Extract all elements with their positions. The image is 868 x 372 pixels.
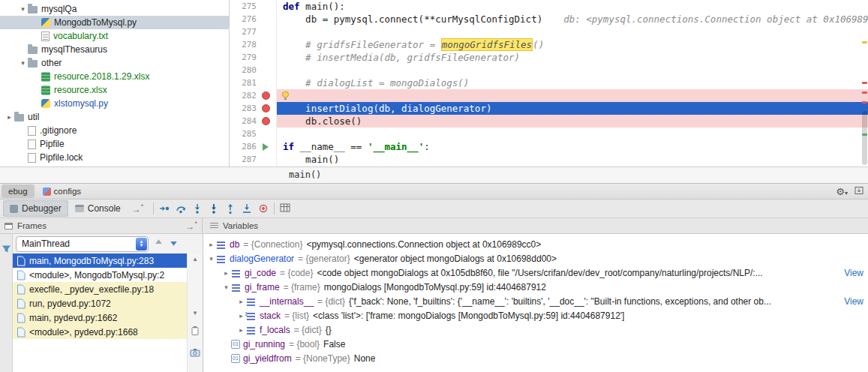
scroll-up-icon[interactable]: ▴ [194,255,197,262]
inline-debug-value: db: <pymysql.connections.Connection obje… [563,14,868,25]
variable-row-f-locals[interactable]: ▸ f_locals = {dict} {} [203,322,868,337]
scrollbar-thumb[interactable] [862,111,867,165]
editor-line-281[interactable]: 281 # dialogList = mongoDialogs() [230,76,868,89]
gutter-277[interactable]: 277 [230,26,277,38]
tree-item-util[interactable]: ▸ util [0,110,229,124]
toolwindow-tab-debug[interactable]: ebug [2,184,35,198]
run-gutter-icon[interactable] [263,143,269,151]
gutter-280[interactable]: 280 [230,64,277,76]
editor-line-283-current[interactable]: 283 insertDialog(db, dialogGenerator) [230,102,868,115]
force-step-into-button[interactable] [209,203,219,214]
code-editor[interactable]: 275 def main(): 276 db = pymysql.connect… [230,0,868,166]
gutter-282[interactable]: 282 [230,89,277,102]
frame-row[interactable]: run, pydevd.py:1072 [13,296,188,310]
frame-file-icon [17,313,26,323]
pin-icon[interactable]: →* [132,202,144,214]
tree-item-pipfile-lock[interactable]: Pipfile.lock [0,151,229,164]
intention-bulb-icon[interactable] [281,91,290,100]
table-view-button[interactable] [280,202,290,215]
tree-item-mysqlqa[interactable]: ▾ mysqlQa [0,2,229,16]
editor-scrollbar[interactable] [860,0,868,166]
gutter-283[interactable]: 283 [230,102,277,115]
step-out-button[interactable] [225,203,236,214]
previous-frame-button[interactable] [154,237,164,250]
view-link[interactable]: View [838,296,863,307]
chevron-right-icon[interactable]: ▸ [5,113,14,121]
gutter-284[interactable]: 284 [230,115,277,128]
copy-stack-button[interactable] [190,326,200,339]
tree-item-resource-2018[interactable]: resource.2018.1.29.xlsx [0,70,229,83]
tree-item-mongodbtomysql[interactable]: MongodbToMysql.py [0,16,229,29]
editor-line-286[interactable]: 286 if __name__ == '__main__': [230,140,868,153]
next-frame-button[interactable] [169,237,179,250]
frames-header: Frames →* [0,218,203,233]
chevron-right-icon[interactable]: ▸ [236,326,246,334]
gutter-276[interactable]: 276 [230,13,277,26]
chevron-down-icon[interactable]: ▾ [206,255,216,262]
tree-item-gitignore[interactable]: .gitignore [0,124,229,137]
toolwindow-tab-configs[interactable]: configs [36,184,88,198]
frame-row[interactable]: execfile, _pydev_execfile.py:18 [13,282,188,296]
hide-library-frames-button[interactable] [2,243,11,256]
tree-item-resource[interactable]: resource.xlsx [0,83,229,97]
gear-button[interactable]: ⚙▾ [836,187,848,196]
frame-row[interactable]: main, pydevd.py:1662 [13,310,188,325]
chevron-down-icon[interactable]: ▾ [18,59,28,67]
gutter-286[interactable]: 286 [230,140,277,153]
variable-row-db[interactable]: ▸ db = {Connection} <pymysql.connections… [203,237,868,251]
chevron-down-icon[interactable]: ▾ [221,284,231,291]
gutter-278[interactable]: 278 [230,38,277,51]
chevron-right-icon[interactable]: ▸ [206,241,216,248]
variable-row-gi-running[interactable]: gi_running = {bool} False [203,337,868,351]
editor-line-282[interactable]: 282 dialogGenerator = mongoDialogs()dial… [230,89,868,102]
editor-line-275[interactable]: 275 def main(): [230,0,868,13]
tree-item-vocabulary[interactable]: vocabulary.txt [0,29,229,43]
tab-console[interactable]: Console [68,200,128,217]
variable-row-gi-frame[interactable]: ▾ gi_frame = {frame} mongoDialogs [Mongo… [203,280,868,294]
view-link[interactable]: View [838,268,863,278]
gutter-281[interactable]: 281 [230,76,277,89]
frame-row[interactable]: main, MongodbToMysql.py:283 [13,254,188,268]
hide-toolwindow-button[interactable] [854,186,863,196]
breakpoint-icon[interactable] [262,104,270,112]
breakpoint-icon[interactable] [262,117,270,125]
thread-dump-camera-button[interactable] [190,346,200,360]
editor-line-280[interactable]: 280 [230,64,868,76]
tree-item-other[interactable]: ▾ other [0,56,229,70]
chevron-down-icon[interactable]: ▾ [18,5,28,13]
tree-item-pipfile[interactable]: Pipfile [0,137,229,151]
gutter-279[interactable]: 279 [230,51,277,64]
run-to-cursor-button[interactable] [242,203,252,214]
thread-selector[interactable]: MainThread ▲▼ [16,236,149,252]
editor-line-284[interactable]: 284 db.close() [230,115,868,128]
scroll-down-icon[interactable]: ▾ [194,309,197,316]
gutter-285[interactable]: 285 [230,128,277,140]
frames-pin-icon[interactable]: →* [185,220,197,232]
editor-line-279[interactable]: 279 # insertMedia(db, gridfsFileGenerato… [230,51,868,64]
chevron-right-icon[interactable]: ▸ [236,298,246,305]
frame-row[interactable]: <module>, MongodbToMysql.py:2 [13,268,188,282]
variable-row-gi-code[interactable]: ▸ gi_code = {code} <code object mongoDia… [203,266,868,280]
variable-row-internals[interactable]: ▸ __internals__ = {dict} {'f_back': None… [203,294,868,308]
view-breakpoints-button[interactable] [258,203,269,214]
tree-item-xlstomysql[interactable]: xlstomysql.py [0,97,229,110]
editor-line-285[interactable]: 285 [230,128,868,140]
variable-row-dialoggenerator[interactable]: ▾ dialogGenerator = {generator} <generat… [203,251,868,266]
step-into-button[interactable] [192,203,203,214]
step-over-button[interactable] [176,203,186,214]
tab-debugger[interactable]: Debugger [3,200,68,217]
editor-line-287[interactable]: 287 main() [230,153,868,166]
editor-line-277[interactable]: 277 [230,26,868,38]
show-execution-point-button[interactable] [159,203,170,214]
variable-row-stack[interactable]: ▸ stack = {list} <class 'list'>: ['frame… [203,308,868,322]
tree-item-mysqlthesaurus[interactable]: mysqlThesaurus [0,43,229,56]
frame-row[interactable]: <module>, pydevd.py:1668 [13,325,188,339]
variable-row-gi-yieldfrom[interactable]: gi_yieldfrom = {NoneType} None [203,351,868,365]
editor-line-278[interactable]: 278 # gridfsFileGenerator = mongoGridfsF… [230,38,868,51]
gutter-275[interactable]: 275 [230,0,277,13]
breakpoint-icon[interactable] [262,92,270,100]
gutter-287[interactable]: 287 [230,153,277,166]
editor-line-276[interactable]: 276 db = pymysql.connect(**curMysqlConfi… [230,13,868,26]
chevron-right-icon[interactable]: ▸ [221,269,231,277]
console-icon [75,205,84,212]
